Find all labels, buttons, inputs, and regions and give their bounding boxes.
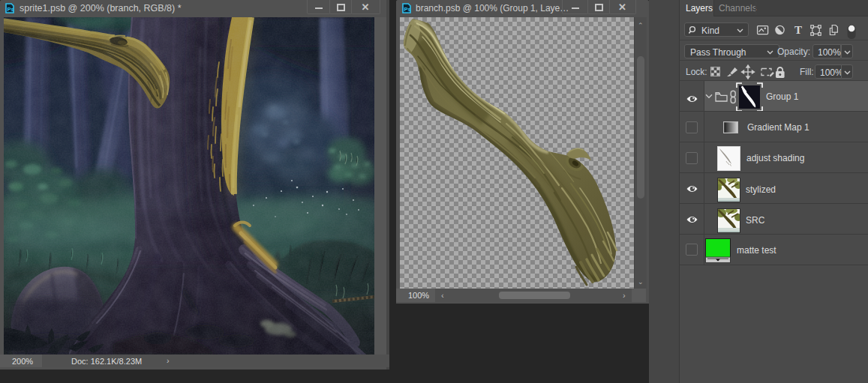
svg-text:Ps: Ps xyxy=(7,6,14,13)
svg-text:Ps: Ps xyxy=(404,6,410,13)
svg-text:T: T xyxy=(794,24,802,36)
